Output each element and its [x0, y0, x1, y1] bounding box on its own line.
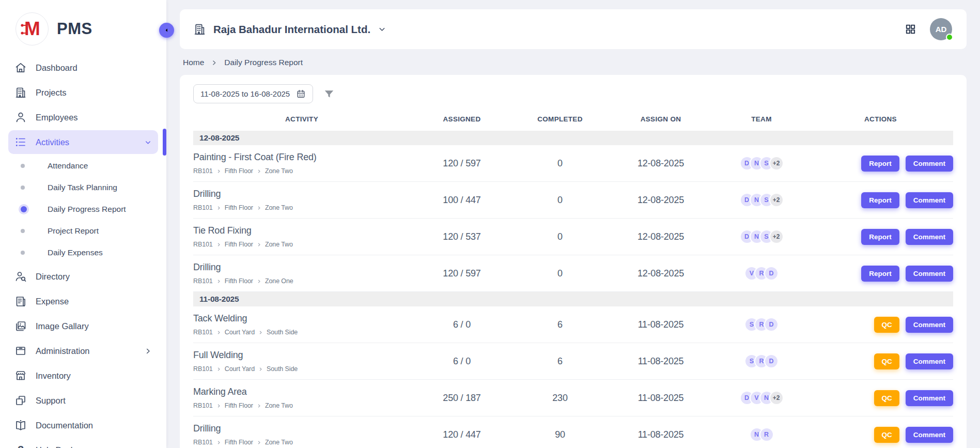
completed-value: 0 — [514, 219, 606, 255]
comment-button[interactable]: Comment — [906, 390, 953, 406]
sidebar-item-label: Expense — [36, 297, 152, 306]
team-extra-count: +2 — [769, 229, 784, 244]
report-button[interactable]: Report — [861, 266, 899, 282]
sidebar-item-directory[interactable]: Directory — [8, 265, 158, 288]
table-row: DrillingRB101Fifth FloorZone Two100 / 44… — [193, 182, 953, 219]
sidebar-item-employees[interactable]: Employees — [8, 105, 158, 129]
assign-on-value: 12-08-2025 — [606, 182, 715, 219]
assign-on-value: 11-08-2025 — [606, 343, 715, 380]
location-segment: Zone One — [265, 277, 293, 285]
location-segment: Court Yard — [225, 329, 255, 336]
activity-name: Marking Area — [193, 387, 410, 397]
activity-name: Tack Welding — [193, 313, 410, 324]
comment-button[interactable]: Comment — [906, 266, 953, 282]
completed-value: 0 — [514, 145, 606, 182]
comment-button[interactable]: Comment — [906, 156, 953, 172]
location-segment: Court Yard — [225, 365, 255, 373]
qc-button[interactable]: QC — [874, 353, 899, 369]
qc-button[interactable]: QC — [874, 427, 899, 443]
assign-on-value: 12-08-2025 — [606, 145, 715, 182]
location-segment: RB101 — [193, 277, 213, 285]
comment-button[interactable]: Comment — [906, 353, 953, 369]
sidebar-subitem-project-report[interactable]: Project Report — [8, 220, 158, 242]
sidebar-subitem-attendance[interactable]: Attendance — [8, 155, 158, 177]
table-row: Full WeldingRB101Court YardSouth Side6 /… — [193, 343, 953, 380]
team-extra-count: +2 — [769, 193, 784, 207]
qc-button[interactable]: QC — [874, 390, 899, 406]
date-group-header: 12-08-2025 — [193, 131, 953, 145]
column-header-team: Team — [715, 106, 808, 131]
location-breadcrumb: RB101Fifth FloorZone Two — [193, 402, 410, 409]
chevron-right-icon — [144, 347, 152, 355]
location-segment: RB101 — [193, 241, 213, 248]
chevron-right-icon — [257, 242, 261, 247]
sidebar-subitem-daily-progress-report[interactable]: Daily Progress Report — [8, 198, 158, 220]
table-row: Tack WeldingRB101Court YardSouth Side6 /… — [193, 306, 953, 343]
assigned-value: 6 / 0 — [410, 343, 514, 380]
sidebar-subitem-label: Project Report — [48, 226, 99, 236]
location-breadcrumb: RB101Fifth FloorZone Two — [193, 241, 410, 248]
building-icon — [193, 23, 206, 36]
assign-on-value: 12-08-2025 — [606, 255, 715, 292]
location-segment: Zone Two — [265, 241, 293, 248]
sidebar-collapse-button[interactable] — [159, 23, 174, 38]
sidebar-item-help-desk[interactable]: ?Help Desk — [8, 438, 158, 448]
apps-grid-icon[interactable] — [905, 23, 916, 35]
sidebar-item-label: Employees — [36, 113, 152, 122]
comment-button[interactable]: Comment — [906, 427, 953, 443]
sidebar-item-inventory[interactable]: Inventory — [8, 364, 158, 388]
team-avatars: DNS+2 — [715, 156, 808, 171]
user-avatar[interactable]: AD — [930, 18, 952, 40]
sidebar-item-activities[interactable]: Activities — [8, 130, 158, 154]
completed-value: 90 — [514, 416, 606, 448]
activity-name: Tie Rod Fixing — [193, 225, 410, 236]
sidebar-item-administration[interactable]: Administration — [8, 339, 158, 363]
table-row: DrillingRB101Fifth FloorZone Two120 / 44… — [193, 416, 953, 448]
calendar-icon — [296, 89, 306, 99]
bullet-dot-icon — [21, 251, 25, 255]
activity-name: Drilling — [193, 423, 410, 434]
layers-icon — [14, 394, 27, 407]
team-avatars: DNS+2 — [715, 229, 808, 244]
date-range-input[interactable]: 11-08-2025 to 16-08-2025 — [193, 84, 313, 103]
chevron-right-icon — [257, 404, 261, 408]
filter-funnel-icon[interactable] — [323, 88, 335, 100]
sidebar-item-label: Projects — [36, 88, 152, 98]
qc-button[interactable]: QC — [874, 317, 899, 333]
location-segment: Zone Two — [265, 167, 293, 175]
report-button[interactable]: Report — [861, 156, 899, 172]
company-selector[interactable]: Raja Bahadur International Ltd. — [193, 23, 386, 36]
chevron-down-icon — [144, 138, 152, 146]
sidebar-item-projects[interactable]: Projects — [8, 81, 158, 104]
comment-button[interactable]: Comment — [906, 317, 953, 333]
table-row: Tie Rod FixingRB101Fifth FloorZone Two12… — [193, 219, 953, 255]
report-button[interactable]: Report — [861, 229, 899, 245]
location-segment: RB101 — [193, 204, 213, 211]
question-icon: ? — [14, 444, 27, 448]
book-icon — [14, 419, 27, 431]
building-icon — [14, 86, 27, 99]
sidebar-item-documentation[interactable]: Documentation — [8, 413, 158, 437]
breadcrumb-home-link[interactable]: Home — [183, 58, 204, 67]
sidebar-subitem-daily-task-planning[interactable]: Daily Task Planning — [8, 177, 158, 198]
sidebar-item-label: Directory — [36, 272, 152, 282]
breadcrumb-current: Daily Progress Report — [224, 58, 303, 67]
activity-name: Drilling — [193, 262, 410, 273]
chevron-right-icon — [216, 404, 221, 408]
sidebar-item-expense[interactable]: Expense — [8, 289, 158, 313]
location-segment: South Side — [267, 329, 298, 336]
bullet-dot-icon — [21, 206, 27, 212]
sidebar-item-image-gallary[interactable]: Image Gallary — [8, 314, 158, 338]
location-segment: RB101 — [193, 167, 213, 175]
report-button[interactable]: Report — [861, 192, 899, 208]
chevron-right-icon — [216, 242, 221, 247]
home-icon — [14, 61, 27, 74]
assigned-value: 6 / 0 — [410, 306, 514, 343]
comment-button[interactable]: Comment — [906, 192, 953, 208]
sidebar-item-support[interactable]: Support — [8, 389, 158, 412]
sidebar-subitem-daily-expenses[interactable]: Daily Expenses — [8, 242, 158, 264]
sidebar-item-dashboard[interactable]: Dashboard — [8, 56, 158, 80]
activity-name: Painting - First Coat (Fire Red) — [193, 152, 410, 163]
comment-button[interactable]: Comment — [906, 229, 953, 245]
chevron-right-icon — [216, 279, 221, 284]
